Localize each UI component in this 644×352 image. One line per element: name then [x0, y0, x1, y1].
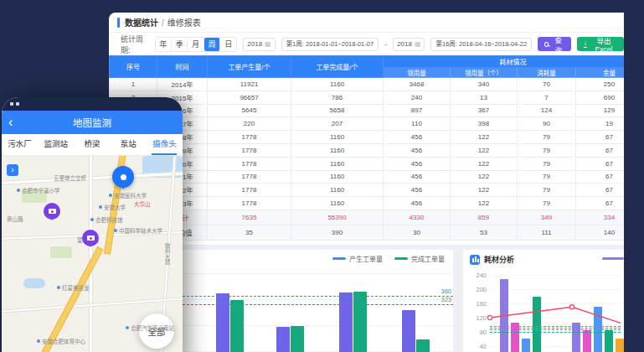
period-option-季[interactable]: 季: [172, 38, 188, 51]
search-icon: [544, 42, 549, 47]
poi-dot-icon: [126, 326, 129, 329]
tab-监测站[interactable]: 监测站: [38, 134, 74, 155]
map-label: 红星美凯龙: [57, 283, 90, 292]
poi-dot-icon: [57, 286, 60, 289]
legend-swatch-icon: [332, 257, 346, 260]
poi-dot-icon: [90, 218, 94, 221]
export-excel-button[interactable]: ↓ 导出Excel: [577, 37, 624, 51]
table-row: 32016年56455658897367124129: [110, 104, 625, 117]
panel-expander-icon[interactable]: ›: [7, 164, 18, 176]
app-header: ‹ 地图监测: [2, 111, 183, 134]
sub-column-header: 领用量: [384, 68, 451, 78]
sub-column-header: 余量: [576, 68, 625, 78]
tab-摄像头[interactable]: 摄像头: [147, 134, 183, 155]
trend-line: [490, 275, 621, 352]
sub-column-header: 领用量（个）: [451, 68, 518, 78]
map-label: 黄山路: [7, 215, 23, 223]
bar-产生工单量[interactable]: [402, 310, 415, 352]
year-end-picker[interactable]: 2018 ▦: [393, 38, 425, 51]
bar-完成工单量[interactable]: [353, 292, 367, 352]
poi-dot-icon: [37, 339, 40, 343]
selected-pin-icon[interactable]: [112, 166, 134, 188]
page-title: 维修报表: [167, 18, 201, 28]
table-row: 102023年177811604561227967: [110, 197, 625, 210]
y-tick: 40: [466, 343, 487, 350]
bar-产生工单量[interactable]: [276, 327, 290, 352]
y-tick: 120: [466, 314, 487, 322]
mobile-app: ‹ 地图监测 污水厂监测站桥梁泵站摄像头 › 全部 五里墩立交桥合肥市宁溪小学安…: [2, 97, 183, 352]
status-icon: [16, 102, 19, 106]
app-title: 地图监测: [73, 116, 111, 129]
map-label: 安徽合肥体育中心: [37, 337, 85, 345]
period-segment: 年季月周日: [155, 37, 238, 52]
poi-dot-icon: [99, 205, 102, 209]
chart-legend-swatch: [602, 257, 624, 260]
legend-item: 产生工单量: [332, 254, 383, 263]
y-tick: 200: [466, 286, 487, 293]
bar-完成工单量[interactable]: [416, 339, 430, 352]
download-icon: ↓: [584, 40, 587, 49]
breadcrumb-separator: /: [162, 18, 164, 28]
breadcrumb-accent-bar: [117, 18, 120, 28]
period-option-周[interactable]: 周: [204, 38, 220, 51]
tab-污水厂[interactable]: 污水厂: [2, 134, 38, 155]
camera-marker-icon[interactable]: [44, 203, 60, 220]
legend-item: 完成工单量: [394, 254, 445, 263]
column-header: 序号: [110, 56, 157, 78]
map-label: 大华山: [134, 199, 151, 208]
year-end-value: 2018: [397, 40, 412, 48]
status-bar: [2, 97, 183, 111]
map-canvas[interactable]: › 全部 五里墩立交桥合肥市宁溪小学安徽医科大学安徽大学合肥科技馆中国科学技术大…: [2, 156, 183, 352]
camera-marker-icon[interactable]: [82, 230, 99, 246]
chart-legend: 产生工单量完成工单量: [332, 254, 445, 263]
table-row: 62019年177811604561227967: [110, 143, 625, 157]
chart-title-row: 耗材分析: [470, 254, 514, 265]
bar-完成工单量[interactable]: [230, 300, 244, 352]
table-row: 72020年177811604561227967: [110, 157, 625, 170]
bar-产生工单量[interactable]: [339, 292, 353, 352]
status-icon: [10, 102, 13, 106]
map-label: 合肥科技馆: [90, 215, 123, 224]
charts-row: 产生工单量完成工单量 360323 耗材分析 2402001601208040: [109, 245, 624, 352]
total-row: 合计7635553904330859349334: [110, 210, 625, 225]
bar-chart-icon: [470, 255, 480, 265]
breadcrumb-section[interactable]: 数据统计: [125, 18, 158, 28]
year-start-value: 2018: [247, 40, 262, 48]
table-row: 22015年96657786240137690: [110, 91, 625, 104]
consumables-chart: 耗材分析 2402001601208040: [463, 250, 624, 352]
bar-产生工单量[interactable]: [216, 293, 229, 352]
breadcrumb: 数据统计/维修报表: [109, 13, 624, 33]
query-button[interactable]: 查询: [538, 37, 571, 51]
map-label: 中国科学技术大学: [114, 226, 162, 235]
map-label: 安徽大学: [99, 203, 126, 211]
period-option-年[interactable]: 年: [156, 38, 172, 51]
legend-swatch-icon: [394, 257, 408, 260]
average-row: 平均值353903053111140: [110, 225, 625, 240]
bar-完成工单量[interactable]: [291, 326, 304, 352]
poi-dot-icon: [109, 194, 112, 197]
back-icon[interactable]: ‹: [8, 116, 13, 128]
week-start-input[interactable]: 第1周: 2018-01-01~2018-01-07: [281, 38, 379, 51]
y-tick: 160: [466, 300, 487, 308]
calendar-icon: ▦: [265, 40, 271, 48]
group-header: 耗材情况: [384, 56, 625, 68]
year-start-picker[interactable]: 2018 ▦: [243, 38, 275, 51]
calendar-icon: ▦: [415, 40, 421, 48]
table-row: 82021年177811604561227967: [110, 170, 625, 184]
period-option-月[interactable]: 月: [188, 38, 204, 51]
report-table: 序号时间工单产生量/个工单完成量/个耗材情况领用量领用量（个）消耗量余量1201…: [109, 55, 624, 241]
column-header: 时间: [157, 56, 208, 78]
map-label: 徽州大道: [162, 243, 171, 265]
poi-dot-icon: [114, 229, 117, 232]
tab-泵站[interactable]: 泵站: [111, 134, 147, 155]
table-row: 42017年2202071103989019: [110, 117, 625, 131]
period-option-日[interactable]: 日: [220, 38, 236, 51]
chart-title: 耗材分析: [484, 254, 514, 265]
filter-toolbar: 统计周期: 年季月周日 2018 ▦ 第1周: 2018-01-01~2018-…: [109, 33, 624, 55]
map-label: 安徽医科大学: [109, 191, 147, 199]
week-end-input[interactable]: 第16周: 2018-04-16~2018-04-22: [430, 38, 532, 51]
tab-桥梁[interactable]: 桥梁: [74, 134, 110, 155]
map-tabs: 污水厂监测站桥梁泵站摄像头: [2, 134, 183, 156]
table-row: 12014年119211160346834070250: [110, 78, 625, 91]
poi-dot-icon: [17, 189, 20, 192]
